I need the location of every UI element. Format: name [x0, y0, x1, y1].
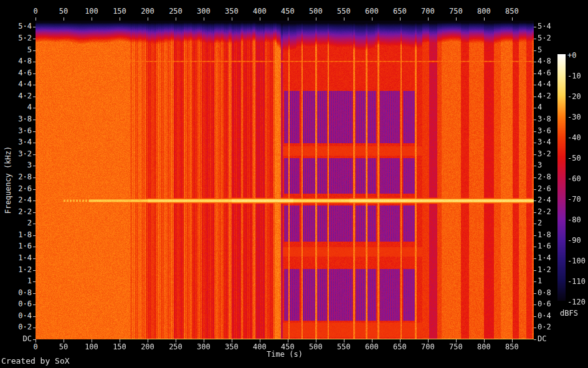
- freq-tick-label: 3·6: [0, 127, 32, 135]
- time-tick-mark: [484, 17, 485, 21]
- freq-tick-label: 2·2: [538, 208, 565, 216]
- freq-tick-mark: [534, 154, 536, 155]
- freq-tick-mark: [534, 143, 536, 143]
- time-tick-mark: [400, 339, 401, 342]
- time-tick-mark: [232, 17, 232, 21]
- freq-tick-mark: [33, 281, 36, 282]
- time-tick-label: 0: [22, 7, 49, 16]
- freq-tick-mark: [33, 85, 36, 85]
- colorbar-tick-label: -110: [567, 278, 588, 286]
- freq-tick-mark: [534, 166, 536, 166]
- freq-tick-label: 5: [0, 46, 32, 54]
- freq-tick-mark: [33, 97, 36, 97]
- freq-tick-mark: [33, 177, 36, 178]
- time-tick-label: 100: [78, 343, 105, 351]
- freq-tick-label: 4: [538, 103, 565, 111]
- time-tick-label: 350: [218, 343, 245, 351]
- time-tick-label: 650: [386, 343, 414, 351]
- time-tick-mark: [148, 17, 148, 21]
- time-tick-label: 750: [442, 7, 470, 16]
- freq-tick-mark: [33, 143, 36, 143]
- time-tick-mark: [36, 17, 36, 21]
- time-tick-mark: [512, 17, 513, 21]
- colorbar-tick-label: -120: [567, 298, 588, 306]
- freq-tick-mark: [33, 270, 36, 271]
- freq-tick-mark: [33, 39, 36, 39]
- freq-tick-label: 5·4: [538, 22, 565, 31]
- colorbar-tick-label: -20: [567, 93, 588, 101]
- freq-tick-label: 5·4: [0, 22, 32, 31]
- freq-tick-label: 3·4: [0, 138, 32, 146]
- time-tick-mark: [288, 17, 288, 21]
- freq-tick-mark: [33, 328, 36, 328]
- time-tick-mark: [484, 339, 485, 342]
- colorbar-tick-label: -10: [567, 72, 588, 80]
- time-tick-mark: [456, 339, 457, 342]
- freq-tick-label: 3: [538, 161, 565, 169]
- y-axis-title: Frequency (kHz): [4, 146, 12, 214]
- time-tick-label: 800: [470, 7, 498, 16]
- time-tick-mark: [92, 17, 92, 21]
- freq-tick-label: 3·6: [538, 127, 565, 135]
- time-tick-label: 500: [302, 7, 330, 16]
- freq-tick-mark: [534, 177, 536, 178]
- time-tick-label: 200: [134, 343, 161, 351]
- freq-tick-mark: [33, 131, 36, 132]
- freq-tick-label: 1·2: [538, 266, 565, 274]
- time-tick-mark: [372, 17, 372, 21]
- freq-tick-mark: [33, 258, 36, 259]
- freq-tick-label: 1·8: [538, 231, 565, 239]
- time-tick-mark: [120, 339, 120, 342]
- freq-tick-label: 0·6: [538, 300, 565, 308]
- freq-tick-label: 1·8: [0, 231, 32, 239]
- freq-tick-mark: [534, 62, 536, 62]
- time-tick-mark: [456, 17, 457, 21]
- colorbar-tick-label: -80: [567, 216, 588, 224]
- freq-tick-mark: [534, 235, 536, 236]
- time-tick-label: 200: [134, 7, 161, 16]
- freq-tick-mark: [33, 154, 36, 155]
- freq-tick-mark: [534, 85, 536, 85]
- freq-tick-mark: [534, 73, 536, 74]
- sox-spectrogram-window: 0501001502002503003504004505005506006507…: [0, 0, 588, 368]
- freq-tick-label: DC: [0, 335, 32, 343]
- freq-tick-mark: [33, 120, 36, 120]
- time-tick-mark: [372, 339, 372, 342]
- time-tick-mark: [176, 339, 176, 342]
- time-tick-mark: [400, 17, 401, 21]
- freq-tick-label: 4·6: [538, 69, 565, 77]
- freq-tick-mark: [534, 39, 536, 39]
- time-tick-mark: [232, 339, 232, 342]
- freq-tick-mark: [534, 108, 536, 108]
- time-tick-mark: [316, 339, 316, 342]
- time-tick-label: 50: [50, 343, 77, 351]
- freq-tick-mark: [534, 328, 536, 328]
- freq-tick-label: 2·6: [538, 185, 565, 193]
- time-tick-label: 0: [22, 343, 49, 351]
- credit-text: Created by SoX: [1, 357, 70, 365]
- freq-tick-mark: [33, 50, 36, 51]
- freq-tick-label: 3·8: [538, 115, 565, 123]
- freq-tick-mark: [33, 339, 36, 340]
- colorbar-tick-label: +0: [567, 52, 588, 60]
- time-tick-mark: [512, 339, 513, 342]
- freq-tick-mark: [534, 189, 536, 190]
- freq-tick-label: 0·6: [0, 300, 32, 308]
- time-tick-label: 150: [106, 343, 133, 351]
- freq-tick-label: 1: [0, 277, 32, 285]
- freq-tick-label: 2·4: [538, 196, 565, 204]
- freq-tick-label: 1·6: [538, 242, 565, 250]
- freq-tick-mark: [534, 281, 536, 282]
- freq-tick-label: 3·4: [538, 138, 565, 146]
- spectrogram-heatmap: [36, 21, 534, 339]
- time-tick-mark: [204, 339, 204, 342]
- time-tick-label: 600: [358, 7, 386, 16]
- time-tick-label: 50: [50, 7, 77, 16]
- freq-tick-label: 2: [538, 219, 565, 227]
- freq-tick-label: 4·4: [0, 80, 32, 88]
- time-tick-label: 550: [330, 343, 358, 351]
- time-tick-label: 650: [386, 7, 414, 16]
- time-tick-mark: [204, 17, 204, 21]
- freq-tick-mark: [33, 62, 36, 62]
- time-tick-label: 250: [162, 343, 189, 351]
